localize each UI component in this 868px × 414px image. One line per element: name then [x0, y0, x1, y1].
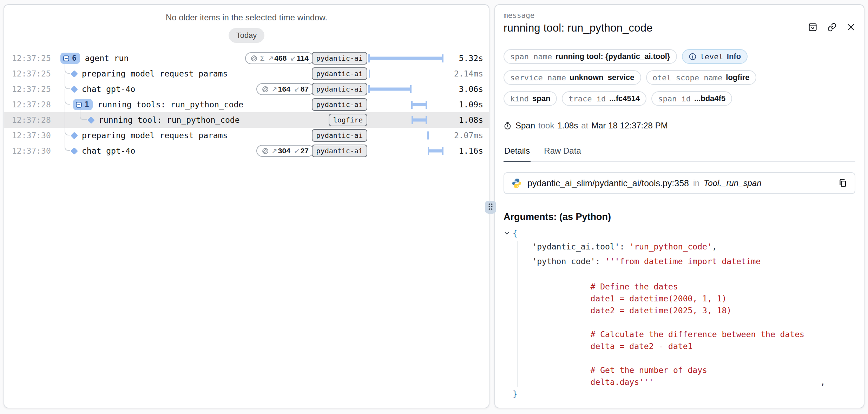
chip-key: kind [510, 94, 529, 103]
copy-button[interactable] [838, 178, 848, 188]
code-line: # Define the dates [504, 281, 855, 293]
chip-value: Info [727, 52, 741, 61]
trace-row[interactable]: 12:37:25chat gpt-4o↗164↙87pydantic-ai3.0… [4, 81, 489, 97]
attribute-chips: span_namerunning tool: {pydantic_ai.tool… [504, 49, 855, 106]
code-line: date1 = datetime(2000, 1, 1) [504, 293, 855, 305]
output-tokens-count: 114 [297, 54, 309, 62]
code-line: delta = date2 - date1 [504, 340, 855, 352]
dock-panel-icon [808, 22, 817, 32]
attribute-chip-span_id[interactable]: span_id...bda4f5 [651, 91, 732, 106]
duration-label: 2.14ms [443, 69, 489, 78]
token-usage-badge: ↗304↙27 [256, 145, 314, 157]
token-usage-badge: Σ↗468↙114 [245, 52, 314, 64]
output-tokens-arrow-icon: ↙ [294, 85, 300, 93]
attribute-chip-service_name[interactable]: service_nameunknown_service [504, 70, 641, 85]
tab-raw-data[interactable]: Raw Data [543, 146, 581, 162]
scope-badge: pydantic-ai [312, 83, 367, 95]
attribute-chip-otel_scope_name[interactable]: otel_scope_namelogfire [646, 70, 756, 85]
output-tokens-count: 87 [301, 85, 309, 93]
today-button[interactable]: Today [229, 28, 265, 43]
source-frame-name: Tool._run_span [704, 178, 762, 188]
timing-at-word: at [581, 121, 588, 131]
python-logo-icon [511, 178, 522, 189]
chip-value: ...bda4f5 [694, 94, 725, 103]
child-count: 6 [72, 54, 77, 62]
timeline-cell [369, 112, 443, 128]
trace-row[interactable]: 12:37:25preparing model request paramspy… [4, 66, 489, 81]
detail-header-actions [808, 22, 855, 32]
timing-span-word: Span [515, 121, 535, 131]
timeline-cell [369, 51, 443, 66]
duration-label: 2.07ms [443, 131, 489, 140]
trace-row[interactable]: 12:37:28running tool: run_python_codelog… [4, 112, 489, 128]
close-button[interactable] [847, 23, 855, 32]
scope-badge: logfire [329, 114, 367, 126]
output-tokens-arrow-icon: ↙ [294, 147, 300, 155]
attribute-chip-span_name[interactable]: span_namerunning tool: {pydantic_ai.tool… [504, 49, 677, 64]
scope-badge: pydantic-ai [312, 67, 367, 80]
output-tokens-arrow-icon: ↙ [290, 54, 296, 62]
link-button[interactable] [827, 22, 837, 32]
span-diamond-icon [71, 70, 78, 77]
timeline-cell [369, 66, 443, 81]
chevron-down-icon[interactable] [504, 230, 510, 236]
trace-row-list: 12:37:256agent runΣ↗468↙114pydantic-ai5.… [4, 51, 489, 159]
drag-handle-icon [488, 203, 493, 212]
dock-panel-button[interactable] [808, 22, 817, 32]
collapse-minus-icon [75, 101, 83, 108]
trace-row[interactable]: 12:37:30preparing model request paramspy… [4, 128, 489, 143]
trailing-comma: , [820, 376, 825, 388]
code-line: 'pydantic_ai.tool': 'run_python_code', [504, 239, 855, 254]
source-file-path: pydantic_ai_slim/pydantic_ai/tools.py:35… [527, 178, 689, 188]
collapse-minus-icon [63, 55, 70, 62]
row-timestamp: 12:37:30 [4, 146, 53, 155]
trace-row[interactable]: 12:37:281running tools: run_python_codep… [4, 97, 489, 112]
span-diamond-icon [71, 147, 78, 154]
panel-resize-handle[interactable] [485, 201, 496, 214]
detail-tabs: Details Raw Data [504, 146, 855, 162]
row-timestamp: 12:37:28 [4, 100, 53, 109]
attribute-chip-kind[interactable]: kindspan [504, 91, 557, 106]
trace-row[interactable]: 12:37:30chat gpt-4o↗304↙27pydantic-ai1.1… [4, 143, 489, 159]
timeline-cell [369, 128, 443, 143]
chip-value: running tool: {pydantic_ai.tool} [555, 52, 670, 61]
trace-row[interactable]: 12:37:256agent runΣ↗468↙114pydantic-ai5.… [4, 51, 489, 66]
chip-key: service_name [510, 73, 566, 82]
source-location-bar: pydantic_ai_slim/pydantic_ai/tools.py:35… [504, 172, 855, 194]
code-line [504, 352, 855, 364]
tokens-icon [262, 86, 269, 93]
span-diamond-icon [71, 85, 78, 93]
span-name-label: running tools: run_python_code [98, 100, 243, 109]
duration-label: 1.16s [443, 146, 489, 155]
scope-badge: pydantic-ai [312, 52, 367, 65]
child-count: 1 [85, 100, 89, 109]
info-icon [689, 53, 697, 61]
chip-key: span_name [510, 52, 552, 61]
tokens-icon [250, 55, 258, 62]
chip-value: unknown_service [570, 73, 634, 82]
stopwatch-icon [504, 122, 512, 130]
close-icon [847, 23, 855, 32]
timeline-cell [369, 97, 443, 112]
input-tokens-count: 304 [278, 147, 290, 155]
attribute-chip-level[interactable]: levelInfo [682, 49, 748, 64]
input-tokens-count: 164 [278, 85, 290, 93]
chip-value: span [532, 94, 550, 103]
row-timestamp: 12:37:25 [4, 69, 53, 78]
code-line: date2 = datetime(2025, 3, 18) [504, 305, 855, 316]
collapse-badge[interactable]: 6 [60, 53, 80, 64]
span-name-label: running tool: run_python_code [99, 115, 240, 125]
code-line [504, 316, 855, 328]
chip-key: otel_scope_name [653, 73, 723, 82]
chip-key: trace_id [568, 94, 606, 103]
collapse-badge[interactable]: 1 [73, 99, 93, 110]
code-line: 'python_code': '''from datetime import d… [504, 254, 855, 269]
attribute-chip-trace_id[interactable]: trace_id...fc4514 [562, 91, 646, 106]
timeline-bar [369, 70, 370, 78]
arguments-code-block: { 'pydantic_ai.tool': 'run_python_code',… [504, 227, 855, 400]
tab-details[interactable]: Details [504, 146, 531, 162]
span-timestamp: Mar 18 12:37:28 PM [591, 121, 668, 131]
duration-label: 1.08s [443, 115, 489, 125]
scope-badge: pydantic-ai [312, 129, 367, 142]
span-duration-value: 1.08s [557, 121, 578, 131]
